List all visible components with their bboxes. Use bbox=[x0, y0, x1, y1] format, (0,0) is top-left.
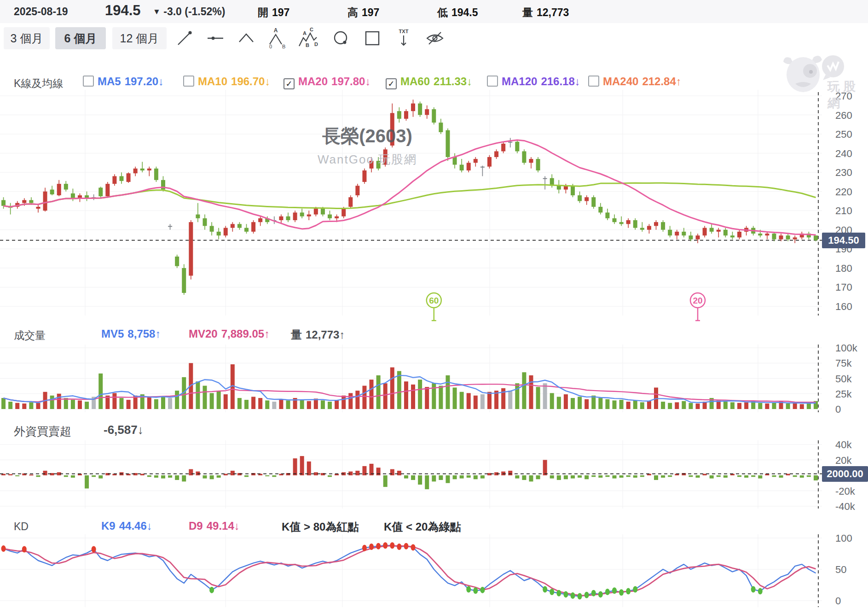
svg-text:160: 160 bbox=[835, 301, 852, 312]
rectangle-tool-icon[interactable] bbox=[362, 28, 383, 49]
trend-arrow-icon: ↓ bbox=[575, 75, 580, 88]
svg-text:20: 20 bbox=[693, 296, 702, 305]
foreign-chart: 40k20k-20k-40k bbox=[0, 439, 856, 512]
svg-text:B: B bbox=[306, 42, 309, 48]
kd-chart: 100500 bbox=[0, 532, 852, 607]
svg-text:25k: 25k bbox=[835, 388, 852, 400]
trend-arrow-icon: ↓ bbox=[147, 520, 152, 532]
ma60-badge: 60 bbox=[427, 293, 441, 321]
trend-arrow-icon: ↓ bbox=[138, 423, 144, 437]
svg-text:170: 170 bbox=[835, 281, 852, 293]
wave-ab-tool-icon[interactable]: A0B bbox=[266, 28, 288, 49]
mv20-stat: MV207,889.05↑ bbox=[189, 327, 270, 340]
main-price-chart: 2702602502402302202102001901801701606020 bbox=[0, 90, 852, 321]
svg-text:230: 230 bbox=[835, 167, 852, 178]
svg-text:75k: 75k bbox=[835, 357, 852, 369]
trend-arrow-icon: ↑ bbox=[155, 327, 161, 340]
svg-text:D: D bbox=[314, 41, 318, 47]
mv20-line bbox=[4, 384, 816, 402]
trend-arrow-icon: ↓ bbox=[234, 520, 240, 532]
volume-chart: 100k75k50k25k0 bbox=[0, 342, 858, 415]
toolbar: 3 個月 6 個月 12 個月 A0B ABCD TXT bbox=[0, 23, 868, 53]
trend-line-tool-icon[interactable] bbox=[174, 28, 195, 49]
svg-text:B: B bbox=[282, 44, 285, 49]
d9-stat: D949.14↓ bbox=[189, 520, 240, 532]
period-12m[interactable]: 12 個月 bbox=[112, 27, 167, 49]
quote-high: 高197 bbox=[347, 6, 379, 20]
kd-note-red: K值 > 80為紅點 bbox=[282, 520, 359, 534]
svg-text:A: A bbox=[303, 30, 307, 36]
angle-tool-icon[interactable] bbox=[236, 28, 257, 49]
checkbox-icon[interactable]: ✓ bbox=[284, 78, 295, 89]
svg-text:50: 50 bbox=[835, 564, 846, 575]
stock-chart-app: 2702602502402302202102001901801701606020… bbox=[0, 0, 868, 608]
ma-toggle-ma60[interactable]: ✓MA60211.33↓ bbox=[386, 75, 472, 89]
checkbox-icon[interactable] bbox=[183, 76, 194, 87]
svg-text:180: 180 bbox=[835, 263, 852, 274]
volume-stat: 量12,773↑ bbox=[291, 327, 345, 342]
svg-text:220: 220 bbox=[835, 186, 852, 198]
svg-text:0: 0 bbox=[835, 403, 841, 415]
volume-header: 成交量 MV58,758↑ MV207,889.05↑ 量12,773↑ bbox=[0, 325, 868, 343]
svg-text:0: 0 bbox=[269, 44, 272, 49]
kd-title: KD bbox=[14, 520, 29, 533]
svg-text:240: 240 bbox=[835, 148, 852, 159]
ma-toggle-ma240[interactable]: MA240212.84↑ bbox=[588, 75, 682, 88]
checkbox-icon[interactable]: ✓ bbox=[386, 78, 397, 89]
text-note-tool-icon[interactable]: TXT bbox=[393, 28, 414, 49]
checkbox-icon[interactable] bbox=[83, 76, 94, 87]
kd-signal-dots bbox=[1, 542, 763, 599]
svg-text:60: 60 bbox=[429, 296, 439, 305]
trend-arrow-icon: ↓ bbox=[467, 75, 472, 88]
foreign-axis-tag: 2000.00 bbox=[822, 466, 868, 482]
kd-note-green: K值 < 20為綠點 bbox=[384, 520, 461, 534]
mv5-stat: MV58,758↑ bbox=[101, 327, 161, 340]
ma-toggle-ma120[interactable]: MA120216.18↓ bbox=[487, 75, 580, 88]
quote-low: 低194.5 bbox=[437, 6, 478, 20]
svg-text:0: 0 bbox=[835, 595, 841, 607]
k9-stat: K944.46↓ bbox=[101, 520, 152, 532]
hide-drawings-icon[interactable] bbox=[424, 28, 446, 49]
ma60-line bbox=[4, 183, 816, 208]
d9-line bbox=[4, 546, 816, 596]
foreign-title: 外資買賣超 bbox=[14, 424, 71, 439]
ma-toggle-ma10[interactable]: MA10196.70↓ bbox=[183, 75, 270, 88]
svg-text:250: 250 bbox=[835, 129, 852, 140]
svg-text:40k: 40k bbox=[835, 439, 852, 450]
foreign-stat: -6,587↓ bbox=[104, 423, 144, 437]
trend-arrow-icon: ↓ bbox=[158, 75, 164, 88]
svg-text:100k: 100k bbox=[835, 342, 858, 354]
svg-text:270: 270 bbox=[835, 90, 852, 102]
down-arrow-icon: ▼ bbox=[153, 7, 161, 16]
period-6m[interactable]: 6 個月 bbox=[55, 27, 106, 49]
elliott-wave-tool-icon[interactable]: ABCD bbox=[297, 28, 318, 49]
ma20-line bbox=[4, 140, 816, 235]
svg-text:50k: 50k bbox=[835, 373, 852, 385]
period-3m[interactable]: 3 個月 bbox=[4, 27, 50, 49]
checkbox-icon[interactable] bbox=[487, 76, 498, 87]
trend-arrow-icon: ↓ bbox=[365, 75, 370, 88]
k9-line bbox=[4, 545, 816, 596]
svg-text:C: C bbox=[310, 28, 313, 32]
svg-text:-20k: -20k bbox=[835, 485, 856, 497]
trend-arrow-icon: ↑ bbox=[676, 75, 682, 88]
svg-text:260: 260 bbox=[835, 110, 852, 121]
quote-date: 2025-08-19 bbox=[14, 6, 68, 18]
foreign-header: 外資買賣超 -6,587↓ bbox=[0, 420, 868, 438]
ellipse-tool-icon[interactable] bbox=[330, 28, 352, 49]
ma-toggle-ma5[interactable]: MA5197.20↓ bbox=[83, 75, 164, 88]
svg-text:TXT: TXT bbox=[399, 29, 409, 34]
ma-legend-row: K線及均線 MA5197.20↓ MA10196.70↓ ✓MA20197.80… bbox=[0, 73, 868, 91]
quote-bar: 2025-08-19 194.5 ▼ -3.0 (-1.52%) 開197 高1… bbox=[0, 0, 868, 23]
quote-open: 開197 bbox=[258, 6, 289, 20]
ma20-badge: 20 bbox=[690, 293, 705, 321]
ma-toggle-ma20[interactable]: ✓MA20197.80↓ bbox=[284, 75, 370, 89]
quote-volume: 量12,773 bbox=[522, 6, 569, 20]
svg-text:210: 210 bbox=[835, 205, 852, 216]
price-axis-tag: 194.50 bbox=[822, 233, 865, 248]
candles-layer bbox=[1, 99, 818, 295]
checkbox-icon[interactable] bbox=[588, 76, 599, 87]
horizontal-line-tool-icon[interactable] bbox=[205, 28, 226, 49]
svg-text:A: A bbox=[274, 28, 278, 34]
svg-text:20k: 20k bbox=[835, 455, 852, 466]
